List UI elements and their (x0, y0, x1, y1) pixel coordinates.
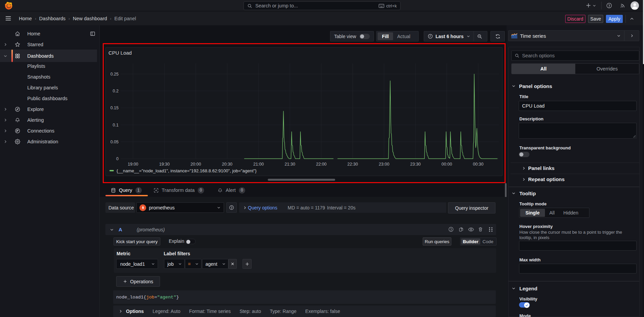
svg-text:22:30: 22:30 (347, 162, 358, 167)
svg-text:20:30: 20:30 (222, 162, 232, 167)
svg-text:19:30: 19:30 (159, 162, 169, 167)
svg-text:21:30: 21:30 (285, 162, 295, 167)
svg-text:0.25: 0.25 (110, 72, 119, 77)
svg-text:21:00: 21:00 (253, 162, 264, 167)
svg-text:22:00: 22:00 (316, 162, 326, 167)
svg-text:00:00: 00:00 (442, 162, 452, 167)
svg-text:00:30: 00:30 (473, 162, 483, 167)
svg-text:19:00: 19:00 (128, 162, 138, 167)
svg-text:0.15: 0.15 (110, 106, 119, 110)
svg-text:{__name__="node_load1", instan: {__name__="node_load1", instance="192.16… (117, 168, 257, 173)
svg-text:23:30: 23:30 (410, 162, 421, 167)
svg-text:23:00: 23:00 (379, 162, 389, 167)
svg-text:0.05: 0.05 (110, 140, 119, 144)
svg-text:0: 0 (116, 156, 119, 161)
svg-text:20:00: 20:00 (191, 162, 201, 167)
svg-text:0.1: 0.1 (113, 123, 119, 127)
svg-text:0.2: 0.2 (113, 89, 119, 93)
